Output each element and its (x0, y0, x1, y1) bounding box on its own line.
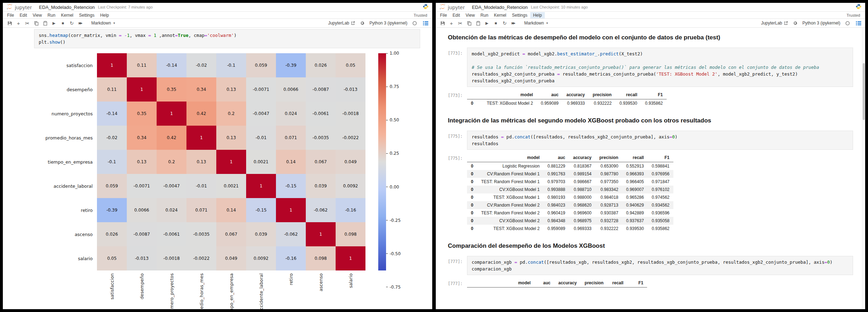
stop-button[interactable]: ■ (59, 20, 67, 27)
menu-bar: FileEditViewRunKernelSettingsHelpTrusted (3, 12, 432, 19)
menu-settings[interactable]: Settings (509, 12, 530, 18)
kernel-status-icon (843, 20, 851, 27)
menu-view[interactable]: View (30, 12, 45, 18)
restart-kernel-button[interactable]: ↻ (68, 20, 76, 27)
x-axis-label: accidente_laboral (246, 270, 276, 309)
code-line: comparacion_xgb = pd.concat([resultados_… (472, 259, 848, 266)
trusted-status[interactable]: Trusted (843, 13, 864, 17)
table-cell: CV:XGBoost Model 1 (477, 186, 544, 193)
table-corner (467, 279, 475, 288)
menu-view[interactable]: View (463, 12, 478, 18)
heatmap-cell: -0.0071 (127, 174, 157, 198)
y-axis-label: desempeño (34, 77, 97, 102)
menu-edit[interactable]: Edit (17, 12, 30, 18)
row-index: 0 (467, 99, 477, 108)
code-editor[interactable]: resultados = pd.concat([resultados, resu… (467, 131, 853, 150)
cell-type-dropdown[interactable]: Markdown▾ (521, 20, 551, 26)
heatmap-cell: -0.02 (97, 126, 127, 150)
stop-button[interactable]: ■ (492, 20, 500, 27)
menu-kernel[interactable]: Kernel (491, 12, 509, 18)
copy-cell-button[interactable] (32, 20, 40, 27)
restart-run-all-button[interactable]: ▶▶ (510, 20, 517, 27)
restart-run-all-button[interactable]: ▶▶ (77, 20, 85, 27)
add-cell-button[interactable]: + (447, 20, 455, 27)
table-cell: 0.979703 (543, 178, 569, 186)
colorbar-tick-label: 0.50 (386, 117, 399, 122)
settings-gear-icon[interactable] (358, 20, 366, 27)
run-button[interactable]: ▶ (50, 20, 58, 27)
menu-edit[interactable]: Edit (450, 12, 463, 18)
jupyter-logo[interactable] (439, 3, 446, 11)
restart-kernel-button[interactable]: ↻ (501, 20, 509, 27)
notebook-filename[interactable]: EDA_Modelado_Retencion (39, 5, 95, 10)
cell-type-dropdown[interactable]: Markdown▾ (88, 20, 118, 26)
brand-text: jupyter (448, 4, 465, 10)
jupyterlab-link[interactable]: JupyterLab (328, 21, 355, 26)
table-cell: 0.818367 (569, 162, 595, 170)
heatmap-cell: -0.01 (186, 174, 216, 198)
save-button[interactable] (6, 20, 13, 27)
output-prompt (3, 52, 34, 309)
code-line (472, 57, 848, 64)
x-axis-label: promedio_horas_mes (186, 270, 216, 309)
paste-cell-button[interactable] (41, 20, 49, 27)
copy-cell-button[interactable] (465, 20, 473, 27)
code-cell: sns.heatmap(corr_matrix, vmin = -1, vmax… (3, 29, 432, 48)
heatmap-cell: 0.026 (306, 53, 336, 77)
scrollbar-thumb[interactable] (863, 63, 865, 120)
menu-settings[interactable]: Settings (76, 12, 97, 18)
save-button[interactable] (439, 20, 446, 27)
settings-gear-icon[interactable] (791, 20, 799, 27)
output-cell: [773]:modelaucaccuracyprecisionrecallF10… (436, 91, 865, 107)
code-cell: [775]:resultados = pd.concat([resultados… (436, 131, 865, 150)
notebook-filename[interactable]: EDA_Modelado_Retencion (472, 5, 528, 10)
cell-type-value: Markdown (91, 21, 111, 26)
jupyter-logo[interactable] (6, 3, 13, 11)
heatmap-cell: -0.013 (336, 77, 365, 102)
table-cell: 0.932222 (589, 99, 615, 108)
heatmap-cell: 0.039 (306, 174, 336, 198)
code-line: # Se usa la función `resultado_metricas_… (472, 64, 848, 71)
kernel-name[interactable]: Python 3 (ipykernel) (802, 21, 840, 26)
heatmap-cell: 0.34 (186, 77, 216, 102)
scrollbar-track[interactable] (862, 28, 865, 309)
jupyterlab-link[interactable]: JupyterLab (761, 21, 788, 26)
table-cell: 0.966393 (622, 170, 648, 178)
menu-file[interactable]: File (4, 12, 17, 18)
notebook-content: Obtención de las métricas de desempeño d… (436, 28, 865, 309)
table-of-contents-icon[interactable] (422, 20, 429, 27)
heatmap-cell: 0.0066 (276, 77, 306, 102)
markdown-heading: Obtención de las métricas de desempeño d… (448, 34, 853, 41)
code-editor[interactable]: model_xgb2_predict = model_xgb2.best_est… (467, 48, 853, 87)
table-of-contents-icon[interactable] (855, 20, 862, 27)
heatmap-cell: 0.11 (127, 53, 157, 77)
code-line: plt.show() (39, 39, 416, 45)
menu-run[interactable]: Run (45, 12, 58, 18)
output-area: modelaucaccuracyprecisionrecallF1 (467, 279, 853, 288)
menu-kernel[interactable]: Kernel (58, 12, 76, 18)
heatmap-cell: 0.026 (97, 222, 127, 246)
menu-file[interactable]: File (437, 12, 450, 18)
code-editor[interactable]: comparacion_xgb = pd.concat([resultados_… (467, 256, 853, 275)
cut-cell-button[interactable]: ✂ (23, 20, 31, 27)
column-header: F1 (648, 153, 673, 162)
code-editor[interactable]: sns.heatmap(corr_matrix, vmin = -1, vmax… (34, 29, 420, 48)
colorbar-tick-label: -0.50 (386, 251, 401, 256)
menu-help[interactable]: Help (97, 12, 112, 18)
menu-help[interactable]: Help (530, 12, 545, 18)
paste-cell-button[interactable] (474, 20, 482, 27)
trusted-status[interactable]: Trusted (410, 13, 431, 17)
menu-run[interactable]: Run (478, 12, 491, 18)
heatmap-cell: -0.16 (276, 246, 306, 270)
run-button[interactable]: ▶ (483, 20, 491, 27)
toolbar: + ✂ ▶ ■ ↻ ▶▶ Markdown▾ JupyterLab Python… (436, 19, 865, 28)
table-cell: 0.968620 (569, 201, 595, 209)
cut-cell-button[interactable]: ✂ (456, 20, 464, 27)
table-cell: 0.969007 (622, 186, 648, 193)
cell-type-value: Markdown (524, 21, 544, 26)
table-cell: 0.977350 (596, 178, 622, 186)
add-cell-button[interactable]: + (15, 20, 22, 27)
code-line: comparacion_xgb (472, 266, 848, 272)
kernel-name[interactable]: Python 3 (ipykernel) (369, 21, 407, 26)
table-row: 0Logistic Regression0.8812290.8183670.65… (467, 162, 673, 170)
